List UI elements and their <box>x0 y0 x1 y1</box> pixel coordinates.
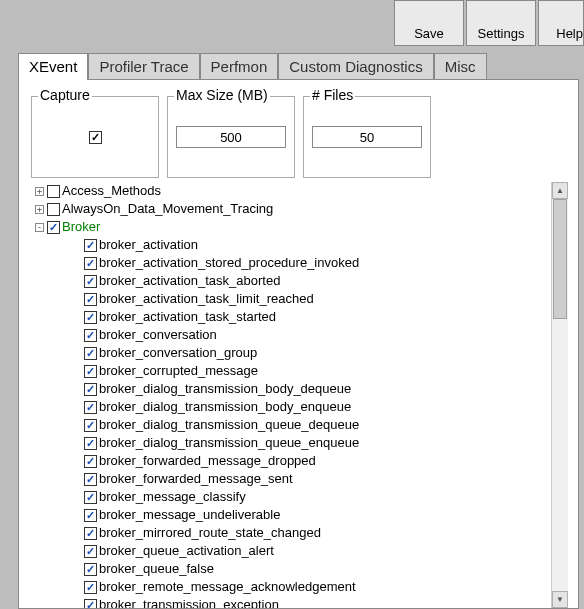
tree-node-checkbox[interactable] <box>84 599 97 609</box>
scroll-thumb[interactable] <box>553 199 567 319</box>
tree-node-checkbox[interactable] <box>84 455 97 468</box>
scroll-up-button[interactable]: ▲ <box>552 182 568 199</box>
tree-node-checkbox[interactable] <box>84 491 97 504</box>
toolbar: Save Settings Help <box>394 0 584 46</box>
tree-scrollbar[interactable]: ▲ ▼ <box>551 182 568 608</box>
tree-node-checkbox[interactable] <box>84 275 97 288</box>
save-button-label: Save <box>414 26 444 41</box>
tree-node-label[interactable]: broker_dialog_transmission_queue_enqueue <box>99 434 359 452</box>
tab-strip: XEvent Profiler Trace Perfmon Custom Dia… <box>18 53 584 80</box>
tree-node-label[interactable]: broker_activation <box>99 236 198 254</box>
tree-node-label[interactable]: broker_mirrored_route_state_changed <box>99 524 321 542</box>
help-button[interactable]: Help <box>538 0 584 46</box>
capture-checkbox[interactable] <box>89 131 102 144</box>
tree-node-checkbox[interactable] <box>84 419 97 432</box>
tree-node-checkbox[interactable] <box>84 581 97 594</box>
tree-node-label[interactable]: broker_forwarded_message_sent <box>99 470 293 488</box>
collapse-icon[interactable]: - <box>35 223 44 232</box>
tab-custom-diagnostics[interactable]: Custom Diagnostics <box>278 53 433 80</box>
tree-node-checkbox[interactable] <box>84 473 97 486</box>
expand-icon[interactable]: + <box>35 187 44 196</box>
tree-node-label[interactable]: broker_activation_task_started <box>99 308 276 326</box>
tree-node-label[interactable]: Broker <box>62 218 100 236</box>
tree-node-label[interactable]: broker_queue_false <box>99 560 214 578</box>
tree-node-checkbox[interactable] <box>84 347 97 360</box>
tree-node-checkbox[interactable] <box>47 185 60 198</box>
tree-node-label[interactable]: broker_conversation <box>99 326 217 344</box>
tree-node-checkbox[interactable] <box>84 293 97 306</box>
tree-node-checkbox[interactable] <box>84 509 97 522</box>
scroll-track[interactable] <box>552 199 568 591</box>
tree-node-label[interactable]: broker_remote_message_acknowledgement <box>99 578 356 596</box>
tree-node-checkbox[interactable] <box>84 257 97 270</box>
files-input[interactable] <box>312 126 422 148</box>
tree-node-checkbox[interactable] <box>84 365 97 378</box>
tree-node-checkbox[interactable] <box>47 203 60 216</box>
files-groupbox: # Files <box>303 96 431 178</box>
maxsize-label: Max Size (MB) <box>174 87 270 103</box>
tree-node-label[interactable]: broker_activation_task_aborted <box>99 272 280 290</box>
help-button-label: Help <box>556 26 583 41</box>
tree-node-label[interactable]: broker_message_undeliverable <box>99 506 280 524</box>
tree-node-label[interactable]: Access_Methods <box>62 182 161 200</box>
tree-node-checkbox[interactable] <box>84 383 97 396</box>
tree-node-checkbox[interactable] <box>84 437 97 450</box>
maxsize-input[interactable] <box>176 126 286 148</box>
config-groupboxes: Capture Max Size (MB) # Files <box>19 80 578 178</box>
tree-node-label[interactable]: broker_dialog_transmission_body_enqueue <box>99 398 351 416</box>
tree-node-label[interactable]: broker_activation_task_limit_reached <box>99 290 314 308</box>
tree-node-checkbox[interactable] <box>84 239 97 252</box>
tab-xevent[interactable]: XEvent <box>18 53 88 80</box>
tree-node-label[interactable]: broker_corrupted_message <box>99 362 258 380</box>
tree-node-label[interactable]: AlwaysOn_Data_Movement_Tracing <box>62 200 273 218</box>
tree-node-label[interactable]: broker_activation_stored_procedure_invok… <box>99 254 359 272</box>
tree-node-checkbox[interactable] <box>47 221 60 234</box>
tab-perfmon[interactable]: Perfmon <box>200 53 279 80</box>
settings-button-label: Settings <box>478 26 525 41</box>
tree-node-checkbox[interactable] <box>84 401 97 414</box>
capture-groupbox: Capture <box>31 96 159 178</box>
event-tree-container: +Access_Methods+AlwaysOn_Data_Movement_T… <box>31 182 568 608</box>
tree-node-checkbox[interactable] <box>84 527 97 540</box>
tree-node-label[interactable]: broker_conversation_group <box>99 344 257 362</box>
files-label: # Files <box>310 87 355 103</box>
tree-node-checkbox[interactable] <box>84 311 97 324</box>
tree-node-label[interactable]: broker_transmission_exception <box>99 596 279 608</box>
tree-node-label[interactable]: broker_dialog_transmission_body_dequeue <box>99 380 351 398</box>
settings-button[interactable]: Settings <box>466 0 536 46</box>
tab-misc[interactable]: Misc <box>434 53 487 80</box>
expand-icon[interactable]: + <box>35 205 44 214</box>
capture-label: Capture <box>38 87 92 103</box>
event-tree: +Access_Methods+AlwaysOn_Data_Movement_T… <box>31 182 551 608</box>
maxsize-groupbox: Max Size (MB) <box>167 96 295 178</box>
tree-node-checkbox[interactable] <box>84 563 97 576</box>
save-button[interactable]: Save <box>394 0 464 46</box>
scroll-down-button[interactable]: ▼ <box>552 591 568 608</box>
tree-node-checkbox[interactable] <box>84 329 97 342</box>
tree-node-label[interactable]: broker_dialog_transmission_queue_dequeue <box>99 416 359 434</box>
tab-profiler-trace[interactable]: Profiler Trace <box>88 53 199 80</box>
tree-node-label[interactable]: broker_forwarded_message_dropped <box>99 452 316 470</box>
tree-node-label[interactable]: broker_message_classify <box>99 488 246 506</box>
tree-node-label[interactable]: broker_queue_activation_alert <box>99 542 274 560</box>
tree-node-checkbox[interactable] <box>84 545 97 558</box>
tab-page-xevent: Capture Max Size (MB) # Files +Access_Me… <box>18 79 579 609</box>
